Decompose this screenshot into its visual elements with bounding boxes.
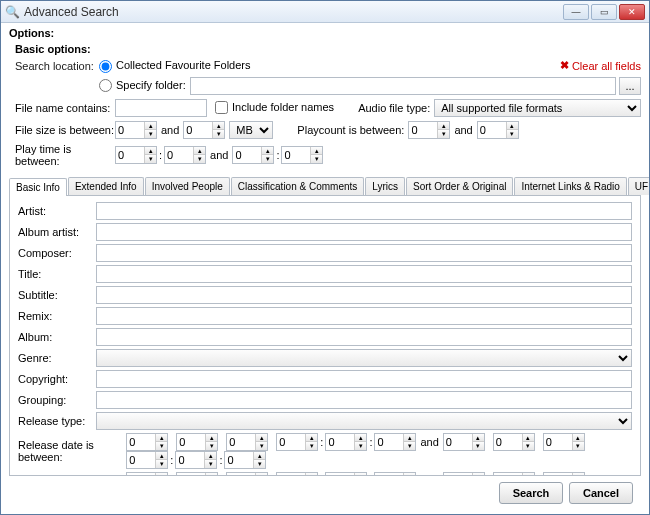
search-location-label: Search location: <box>9 60 99 72</box>
tab-sort-order[interactable]: Sort Order & Original <box>406 177 513 195</box>
browse-folder-button[interactable]: ... <box>619 77 641 95</box>
title-label: Title: <box>18 268 96 280</box>
tab-lyrics[interactable]: Lyrics <box>365 177 405 195</box>
album-artist-input[interactable] <box>96 223 632 241</box>
filesize-from-spinner[interactable]: ▴▾ <box>115 121 157 139</box>
playtime-label: Play time is between: <box>9 143 115 167</box>
release-from-d1[interactable]: ▴▾ <box>176 433 218 451</box>
composer-input[interactable] <box>96 244 632 262</box>
remix-label: Remix: <box>18 310 96 322</box>
album-input[interactable] <box>96 328 632 346</box>
playcount-from-spinner[interactable]: ▴▾ <box>408 121 450 139</box>
titlebar: 🔍 Advanced Search — ▭ ✕ <box>1 1 649 23</box>
window-controls: — ▭ ✕ <box>563 4 645 20</box>
release-type-select[interactable] <box>96 412 632 430</box>
filesize-unit-select[interactable]: MB <box>229 121 273 139</box>
album-label: Album: <box>18 331 96 343</box>
genre-select[interactable] <box>96 349 632 367</box>
filesize-to-spinner[interactable]: ▴▾ <box>183 121 225 139</box>
subtitle-label: Subtitle: <box>18 289 96 301</box>
radio-specify[interactable] <box>99 79 112 92</box>
release-date-row: Release date is between: ▴▾▴▾▴▾▴▾:▴▾:▴▾a… <box>18 433 632 469</box>
release-to-d0[interactable]: ▴▾ <box>443 433 485 451</box>
playtime-from-sec[interactable]: ▴▾ <box>164 146 206 164</box>
artist-label: Artist: <box>18 205 96 217</box>
search-icon: 🔍 <box>5 5 20 19</box>
filename-input[interactable] <box>115 99 207 117</box>
release-from-t1[interactable]: ▴▾ <box>325 433 367 451</box>
copyright-label: Copyright: <box>18 373 96 385</box>
grouping-label: Grouping: <box>18 394 96 406</box>
playtime-to-sec[interactable]: ▴▾ <box>281 146 323 164</box>
tab-internet-links[interactable]: Internet Links & Radio <box>514 177 626 195</box>
audio-type-select[interactable]: All supported file formats <box>434 99 641 117</box>
release-from-t2[interactable]: ▴▾ <box>374 433 416 451</box>
subtitle-input[interactable] <box>96 286 632 304</box>
tab-involved-people[interactable]: Involved People <box>145 177 230 195</box>
release-from-d0[interactable]: ▴▾ <box>126 433 168 451</box>
release-from-t0[interactable]: ▴▾ <box>276 433 318 451</box>
footer: Search Cancel <box>9 476 641 510</box>
window-title: Advanced Search <box>24 5 119 19</box>
playcount-label: Playcount is between: <box>297 124 404 136</box>
playtime-from-min[interactable]: ▴▾ <box>115 146 157 164</box>
basic-options-heading: Basic options: <box>15 43 641 55</box>
copyright-input[interactable] <box>96 370 632 388</box>
search-button[interactable]: Search <box>499 482 563 504</box>
release-from-d2[interactable]: ▴▾ <box>226 433 268 451</box>
close-button[interactable]: ✕ <box>619 4 645 20</box>
radio-collected[interactable] <box>99 60 112 73</box>
include-folders-checkbox[interactable] <box>215 101 228 114</box>
grouping-input[interactable] <box>96 391 632 409</box>
radio-specify-label[interactable]: Specify folder: <box>99 79 186 93</box>
filename-label: File name contains: <box>9 102 115 114</box>
basic-info-panel: Artist: Album artist: Composer: Title: S… <box>9 196 641 476</box>
release-to-d2[interactable]: ▴▾ <box>543 433 585 451</box>
options-heading: Options: <box>9 27 641 39</box>
release-date-label: Release date is between: <box>18 439 126 463</box>
remix-input[interactable] <box>96 307 632 325</box>
clear-icon: ✖ <box>560 59 569 72</box>
maximize-button[interactable]: ▭ <box>591 4 617 20</box>
filesize-label: File size is between: <box>9 124 115 136</box>
artist-input[interactable] <box>96 202 632 220</box>
specify-folder-input[interactable] <box>190 77 616 95</box>
tab-bar: Basic Info Extended Info Involved People… <box>9 177 641 196</box>
release-to-d1[interactable]: ▴▾ <box>493 433 535 451</box>
playtime-to-min[interactable]: ▴▾ <box>232 146 274 164</box>
playcount-to-spinner[interactable]: ▴▾ <box>477 121 519 139</box>
title-input[interactable] <box>96 265 632 283</box>
composer-label: Composer: <box>18 247 96 259</box>
minimize-button[interactable]: — <box>563 4 589 20</box>
advanced-search-window: 🔍 Advanced Search — ▭ ✕ Options: Basic o… <box>0 0 650 515</box>
content-area: Options: Basic options: Search location:… <box>1 23 649 514</box>
tab-extended-info[interactable]: Extended Info <box>68 177 144 195</box>
clear-all-fields-link[interactable]: ✖Clear all fields <box>560 59 641 72</box>
tab-basic-info[interactable]: Basic Info <box>9 178 67 196</box>
release-type-label: Release type: <box>18 415 96 427</box>
release-to-t1[interactable]: ▴▾ <box>175 451 217 469</box>
release-to-t0[interactable]: ▴▾ <box>126 451 168 469</box>
radio-collected-label[interactable]: Collected Favourite Folders <box>99 59 251 73</box>
genre-label: Genre: <box>18 352 96 364</box>
album-artist-label: Album artist: <box>18 226 96 238</box>
tab-classification[interactable]: Classification & Comments <box>231 177 364 195</box>
release-to-t2[interactable]: ▴▾ <box>224 451 266 469</box>
include-folders-label[interactable]: Include folder names <box>215 101 334 115</box>
tab-ufid-txxx[interactable]: UFID & TXXX <box>628 177 649 195</box>
cancel-button[interactable]: Cancel <box>569 482 633 504</box>
audio-type-label: Audio file type: <box>358 102 430 114</box>
